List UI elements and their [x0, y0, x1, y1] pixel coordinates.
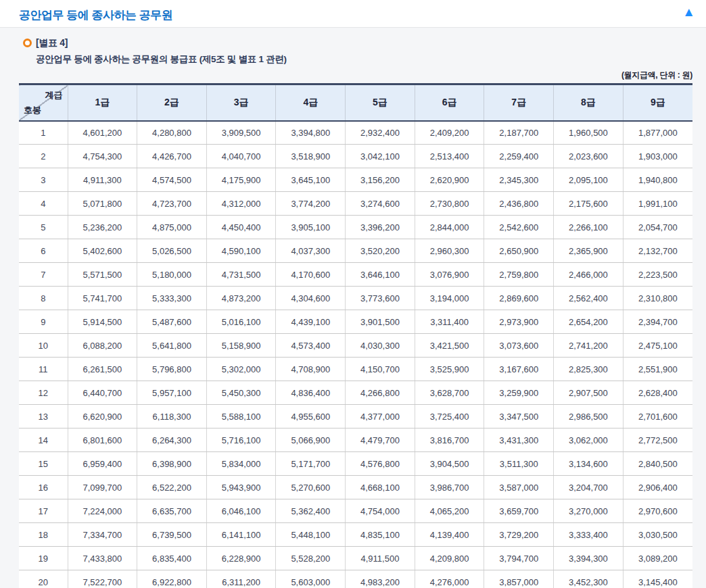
- salary-value-cell: 3,394,300: [554, 547, 623, 570]
- salary-value-cell: 3,901,500: [346, 310, 415, 334]
- salary-value-cell: 7,224,000: [68, 499, 137, 523]
- table-row: 45,071,8004,723,7004,312,0003,774,2003,2…: [19, 192, 692, 216]
- salary-value-cell: 3,156,200: [346, 168, 415, 192]
- salary-value-cell: 3,587,000: [484, 476, 554, 499]
- salary-value-cell: 6,118,300: [137, 405, 207, 428]
- table-row: 24,754,3004,426,7004,040,7003,518,9003,0…: [19, 145, 692, 168]
- table-row: 106,088,2005,641,8005,158,9004,573,4004,…: [19, 334, 692, 358]
- salary-value-cell: 2,436,800: [484, 192, 554, 216]
- orange-ring-bullet-icon: [23, 39, 32, 47]
- salary-value-cell: 3,421,500: [415, 334, 484, 358]
- salary-value-cell: 2,562,400: [554, 287, 623, 310]
- column-header-grade-8: 8급: [554, 84, 623, 121]
- salary-value-cell: 3,816,700: [415, 428, 484, 452]
- step-number-cell: 5: [19, 216, 68, 239]
- salary-value-cell: 4,439,100: [276, 310, 346, 334]
- step-number-cell: 20: [19, 570, 68, 588]
- salary-value-cell: 4,723,700: [137, 192, 207, 216]
- salary-value-cell: 2,513,400: [415, 145, 484, 168]
- salary-value-cell: 3,986,700: [415, 476, 484, 499]
- table-row: 146,801,6006,264,3005,716,1005,066,9004,…: [19, 428, 692, 452]
- salary-value-cell: 2,466,000: [554, 263, 623, 287]
- column-header-grade-1: 1급: [68, 84, 137, 121]
- step-number-cell: 19: [19, 547, 68, 570]
- table-row: 197,433,8006,835,4006,228,9005,528,2004,…: [19, 547, 692, 570]
- salary-value-cell: 5,834,000: [206, 452, 276, 476]
- salary-value-cell: 6,801,600: [68, 428, 137, 452]
- salary-value-cell: 2,223,500: [623, 263, 692, 287]
- salary-value-cell: 5,450,300: [206, 381, 276, 405]
- salary-value-cell: 7,522,700: [68, 570, 137, 588]
- salary-value-cell: 5,448,100: [276, 523, 346, 547]
- salary-value-cell: 6,228,900: [206, 547, 276, 570]
- annex-block: [별표 4] 공안업무 등에 종사하는 공무원의 봉급표 (제5조 및 별표 1…: [19, 37, 692, 66]
- salary-value-cell: 5,487,600: [137, 310, 207, 334]
- table-row: 187,334,7006,739,5006,141,1005,448,1004,…: [19, 523, 692, 547]
- salary-value-cell: 4,573,400: [276, 334, 346, 358]
- table-row: 177,224,0006,635,7006,046,1005,362,4004,…: [19, 499, 692, 523]
- step-number-cell: 18: [19, 523, 68, 547]
- salary-value-cell: 5,171,700: [276, 452, 346, 476]
- salary-value-cell: 2,132,700: [623, 239, 692, 263]
- annex-lines: [별표 4] 공안업무 등에 종사하는 공무원의 봉급표 (제5조 및 별표 1…: [36, 37, 287, 66]
- salary-value-cell: 6,522,200: [137, 476, 207, 499]
- salary-value-cell: 1,940,800: [623, 168, 692, 192]
- salary-value-cell: 3,062,000: [554, 428, 623, 452]
- salary-value-cell: 2,907,500: [554, 381, 623, 405]
- salary-value-cell: 3,347,500: [484, 405, 554, 428]
- salary-value-cell: 3,194,000: [415, 287, 484, 310]
- title-bar: 공안업무 등에 종사하는 공무원 ▲: [0, 0, 706, 28]
- salary-value-cell: 5,180,000: [137, 263, 207, 287]
- table-row: 55,236,2004,875,0004,450,4003,905,1003,3…: [19, 216, 692, 239]
- table-row: 65,402,6005,026,5004,590,1004,037,3003,5…: [19, 239, 692, 263]
- salary-value-cell: 3,089,200: [623, 547, 692, 570]
- salary-value-cell: 6,959,400: [68, 452, 137, 476]
- salary-value-cell: 2,906,400: [623, 476, 692, 499]
- salary-value-cell: 7,433,800: [68, 547, 137, 570]
- salary-value-cell: 2,345,300: [484, 168, 554, 192]
- salary-value-cell: 5,026,500: [137, 239, 207, 263]
- salary-value-cell: 3,646,100: [346, 263, 415, 287]
- salary-value-cell: 2,825,300: [554, 358, 623, 381]
- salary-value-cell: 3,645,100: [276, 168, 346, 192]
- salary-value-cell: 5,066,900: [276, 428, 346, 452]
- salary-value-cell: 3,134,600: [554, 452, 623, 476]
- salary-value-cell: 2,759,800: [484, 263, 554, 287]
- salary-value-cell: 3,259,900: [484, 381, 554, 405]
- column-header-grade-2: 2급: [137, 84, 207, 121]
- salary-value-cell: 6,311,200: [206, 570, 276, 588]
- salary-value-cell: 4,139,400: [415, 523, 484, 547]
- salary-value-cell: 3,729,200: [484, 523, 554, 547]
- table-row: 85,741,7005,333,3004,873,2004,304,6003,7…: [19, 287, 692, 310]
- salary-value-cell: 5,158,900: [206, 334, 276, 358]
- step-number-cell: 4: [19, 192, 68, 216]
- salary-value-cell: 2,772,500: [623, 428, 692, 452]
- salary-value-cell: 5,571,500: [68, 263, 137, 287]
- salary-value-cell: 4,983,200: [346, 570, 415, 588]
- column-header-grade-9: 9급: [623, 84, 692, 121]
- collapse-triangle-icon[interactable]: ▲: [681, 4, 697, 20]
- salary-value-cell: 3,270,000: [554, 499, 623, 523]
- salary-value-cell: 5,588,100: [206, 405, 276, 428]
- salary-value-cell: 2,960,300: [415, 239, 484, 263]
- salary-value-cell: 3,857,000: [484, 570, 554, 588]
- salary-value-cell: 1,960,500: [554, 121, 623, 145]
- salary-value-cell: 6,739,500: [137, 523, 207, 547]
- salary-value-cell: 5,716,100: [206, 428, 276, 452]
- table-row: 167,099,7006,522,2005,943,9005,270,6004,…: [19, 476, 692, 499]
- salary-value-cell: 4,479,700: [346, 428, 415, 452]
- column-header-grade-5: 5급: [346, 84, 415, 121]
- salary-value-cell: 4,668,100: [346, 476, 415, 499]
- salary-value-cell: 2,394,700: [623, 310, 692, 334]
- step-number-cell: 7: [19, 263, 68, 287]
- salary-value-cell: 2,409,200: [415, 121, 484, 145]
- salary-value-cell: 4,754,000: [346, 499, 415, 523]
- salary-value-cell: 4,030,300: [346, 334, 415, 358]
- salary-value-cell: 4,266,800: [346, 381, 415, 405]
- salary-value-cell: 4,955,600: [276, 405, 346, 428]
- salary-value-cell: 4,574,500: [137, 168, 207, 192]
- table-row: 34,911,3004,574,5004,175,9003,645,1003,1…: [19, 168, 692, 192]
- salary-value-cell: 4,280,800: [137, 121, 207, 145]
- step-number-cell: 15: [19, 452, 68, 476]
- page-title: 공안업무 등에 종사하는 공무원: [19, 7, 172, 23]
